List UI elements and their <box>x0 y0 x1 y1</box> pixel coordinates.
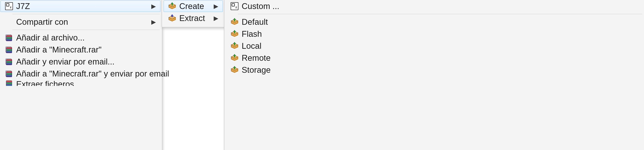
svg-rect-4 <box>6 35 12 36</box>
menu-item-label: Añadir a "Minecraft.rar" y enviar por em… <box>14 69 169 78</box>
box-down-arrow-icon <box>229 54 240 62</box>
context-menu-secondary: Create ▶ Extract ▶ <box>162 0 225 27</box>
svg-rect-5 <box>6 37 12 38</box>
menu-item-flash[interactable]: Flash <box>226 28 643 40</box>
submenu-arrow-icon: ▶ <box>214 15 218 22</box>
menu-item-storage[interactable]: Storage <box>226 64 643 76</box>
box-down-arrow-icon <box>167 2 178 10</box>
menu-item-label: Extraer ficheros... <box>14 80 156 86</box>
winrar-icon <box>4 70 14 78</box>
menu-item-label: Create <box>178 1 214 11</box>
menu-item-label: Añadir y enviar por email... <box>14 57 156 66</box>
submenu-arrow-icon: ▶ <box>151 3 156 10</box>
j7z-icon: z <box>4 2 14 10</box>
menu-item-anadir-archivo[interactable]: Añadir al archivo... <box>0 32 160 43</box>
submenu-arrow-icon: ▶ <box>214 3 218 10</box>
menu-item-anadir-rar-email[interactable]: Añadir a "Minecraft.rar" y enviar por em… <box>0 68 160 80</box>
menu-item-j7z[interactable]: z J7Z ▶ <box>0 0 160 12</box>
box-down-arrow-icon <box>229 30 240 38</box>
svg-rect-26 <box>6 84 12 86</box>
box-down-arrow-icon <box>229 18 240 26</box>
svg-rect-20 <box>6 73 12 74</box>
svg-rect-10 <box>6 49 12 50</box>
winrar-icon <box>4 46 14 54</box>
menu-item-label: Extract <box>178 13 214 23</box>
menu-item-create[interactable]: Create ▶ <box>164 0 223 12</box>
menu-item-label: Compartir con <box>14 17 151 27</box>
menu-item-label: Local <box>240 41 638 51</box>
svg-rect-19 <box>6 71 12 73</box>
winrar-icon <box>4 34 14 42</box>
svg-rect-15 <box>6 61 12 62</box>
menu-item-extract[interactable]: Extract ▶ <box>164 12 223 24</box>
menu-item-label: Remote <box>240 53 638 63</box>
menu-separator <box>238 14 642 14</box>
menu-item-label: Añadir al archivo... <box>14 33 156 42</box>
svg-rect-9 <box>6 47 12 49</box>
svg-text:z: z <box>10 5 12 9</box>
menu-item-anadir-rar[interactable]: Añadir a "Minecraft.rar" <box>0 44 160 55</box>
menu-item-label: Añadir a "Minecraft.rar" <box>14 45 156 54</box>
menu-item-label: Default <box>240 17 638 27</box>
menu-item-label: Flash <box>240 29 638 39</box>
menu-item-extraer[interactable]: Extraer ficheros... <box>0 80 160 86</box>
menu-item-label: Storage <box>240 65 638 75</box>
context-menu-tertiary: z Custom ... Default Flash <box>224 0 644 150</box>
box-down-arrow-icon <box>229 42 240 50</box>
box-down-arrow-icon <box>229 66 240 74</box>
menu-item-compartir[interactable]: Compartir con ▶ <box>0 16 160 28</box>
j7z-icon: z <box>229 2 240 10</box>
svg-text:z: z <box>236 5 237 9</box>
context-menu-primary: z J7Z ▶ Compartir con ▶ Añadir al archiv… <box>0 0 162 150</box>
svg-rect-14 <box>6 59 12 61</box>
svg-rect-24 <box>6 81 12 82</box>
menu-item-anadir-email[interactable]: Añadir y enviar por email... <box>0 56 160 67</box>
winrar-icon <box>4 58 14 66</box>
menu-separator <box>12 30 160 30</box>
menu-item-label: Custom ... <box>240 1 638 11</box>
box-up-arrow-icon <box>167 14 178 22</box>
menu-item-label: J7Z <box>14 1 151 11</box>
svg-rect-25 <box>6 83 12 84</box>
winrar-icon <box>4 80 14 86</box>
menu-item-remote[interactable]: Remote <box>226 52 643 64</box>
submenu-arrow-icon: ▶ <box>151 18 156 25</box>
menu-item-local[interactable]: Local <box>226 40 643 52</box>
menu-separator <box>12 14 160 14</box>
menu-item-default[interactable]: Default <box>226 16 643 28</box>
menu-item-custom[interactable]: z Custom ... <box>226 0 643 12</box>
